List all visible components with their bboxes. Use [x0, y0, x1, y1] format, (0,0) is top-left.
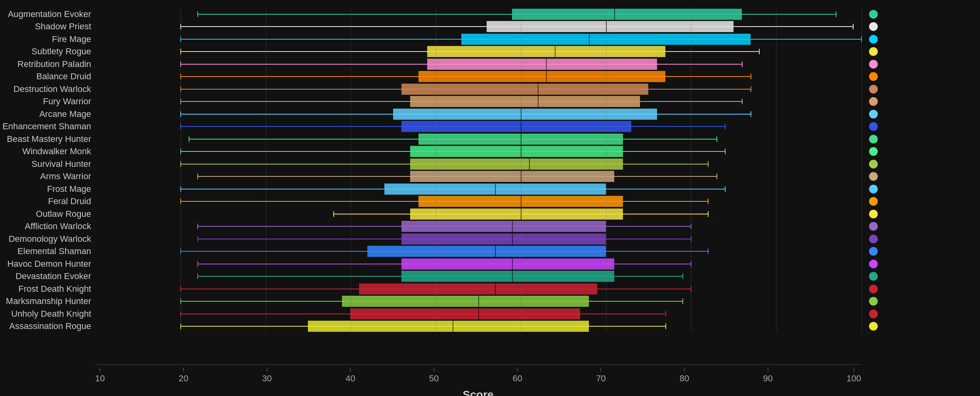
- median-line: [521, 108, 522, 120]
- dot-item: [865, 145, 980, 158]
- median-line: [495, 183, 496, 195]
- whisker-tick-right: [665, 323, 666, 329]
- score-dot: [869, 60, 878, 69]
- median-line: [538, 96, 539, 107]
- row-label: Survival Hunter: [0, 160, 91, 168]
- score-dot: [869, 97, 878, 106]
- whisker-tick-right: [861, 36, 862, 42]
- plot-column: [95, 8, 861, 333]
- box-row-container: [95, 308, 861, 320]
- box-row-container: [95, 220, 861, 233]
- dot-item: [865, 208, 980, 220]
- whisker-tick-right: [691, 286, 692, 292]
- box-row-container: [95, 58, 861, 71]
- median-line: [521, 170, 522, 182]
- median-line: [478, 295, 479, 307]
- box-row: [95, 159, 861, 170]
- median-line: [521, 145, 522, 157]
- box-row-container: [95, 233, 861, 245]
- iqr-box: [487, 21, 734, 32]
- whisker-tick-right: [708, 211, 709, 217]
- whisker-tick-right: [691, 236, 692, 242]
- iqr-box: [401, 221, 606, 232]
- box-row: [95, 71, 861, 82]
- box-row-container: [95, 258, 861, 270]
- x-axis: 102030405060708090100 Score: [0, 364, 980, 396]
- whisker-tick-left: [180, 36, 181, 42]
- iqr-box: [342, 296, 589, 307]
- box-row: [95, 221, 861, 232]
- score-dot: [869, 110, 878, 119]
- x-tick: 80: [680, 365, 689, 384]
- iqr-box: [410, 146, 623, 157]
- whisker-tick-left: [180, 61, 181, 67]
- median-line: [512, 220, 513, 232]
- median-line: [512, 270, 513, 282]
- whisker-tick-right: [725, 186, 726, 192]
- box-row: [95, 283, 861, 295]
- row-label: Assassination Rogue: [0, 322, 91, 331]
- box-row: [95, 233, 861, 245]
- median-line: [555, 46, 556, 57]
- dot-item: [865, 295, 980, 308]
- box-row: [95, 246, 861, 257]
- x-tick: 20: [179, 365, 188, 384]
- box-row-container: [95, 158, 861, 170]
- median-line: [521, 133, 522, 145]
- box-row-container: [95, 121, 861, 133]
- median-line: [495, 283, 496, 295]
- row-label: Enhancement Shaman: [0, 122, 91, 131]
- median-line: [521, 121, 522, 132]
- whisker-tick-left: [189, 136, 189, 142]
- box-row: [95, 134, 861, 145]
- dot-item: [865, 183, 980, 195]
- whisker-tick-right: [751, 86, 751, 92]
- row-label: Elemental Shaman: [0, 247, 91, 256]
- median-line: [512, 233, 513, 245]
- score-dot: [869, 235, 878, 243]
- row-label: Marksmanship Hunter: [0, 297, 91, 306]
- box-row: [95, 321, 861, 332]
- row-label: Devastation Evoker: [0, 272, 91, 281]
- iqr-box: [410, 96, 640, 107]
- whisker-tick-right: [853, 24, 854, 29]
- box-row-container: [95, 270, 861, 283]
- row-label: Balance Druid: [0, 72, 91, 81]
- whisker-tick-left: [180, 86, 181, 92]
- box-row-container: [95, 208, 861, 220]
- whisker-tick-left: [197, 11, 198, 17]
- dot-item: [865, 108, 980, 121]
- whisker-tick-right: [665, 311, 666, 317]
- dot-item: [865, 258, 980, 270]
- iqr-box: [308, 321, 589, 332]
- whisker-tick-right: [751, 111, 751, 117]
- dot-item: [865, 270, 980, 283]
- score-dot: [869, 47, 878, 56]
- iqr-box: [512, 9, 742, 20]
- score-dot: [869, 35, 878, 44]
- box-row-container: [95, 96, 861, 108]
- box-row-container: [95, 283, 861, 295]
- whisker-tick-left: [180, 298, 181, 304]
- x-axis-label: Score: [95, 384, 861, 396]
- x-tick: 40: [346, 365, 355, 384]
- whisker-tick-right: [716, 136, 717, 142]
- score-dot: [869, 185, 878, 193]
- box-row: [95, 121, 861, 132]
- whisker-tick-right: [725, 149, 726, 154]
- whisker-tick-left: [197, 224, 198, 229]
- x-tick: 90: [763, 365, 773, 384]
- row-label: Beast Mastery Hunter: [0, 135, 91, 143]
- dot-column: [861, 8, 980, 333]
- iqr-box: [418, 71, 665, 82]
- dot-item: [865, 158, 980, 170]
- whisker-tick-left: [180, 124, 181, 129]
- whisker-tick-right: [725, 124, 726, 129]
- box-row: [95, 109, 861, 120]
- median-line: [538, 83, 539, 95]
- box-row: [95, 59, 861, 70]
- score-dot: [869, 297, 878, 306]
- dot-item: [865, 96, 980, 108]
- dot-item: [865, 195, 980, 208]
- box-row-container: [95, 183, 861, 195]
